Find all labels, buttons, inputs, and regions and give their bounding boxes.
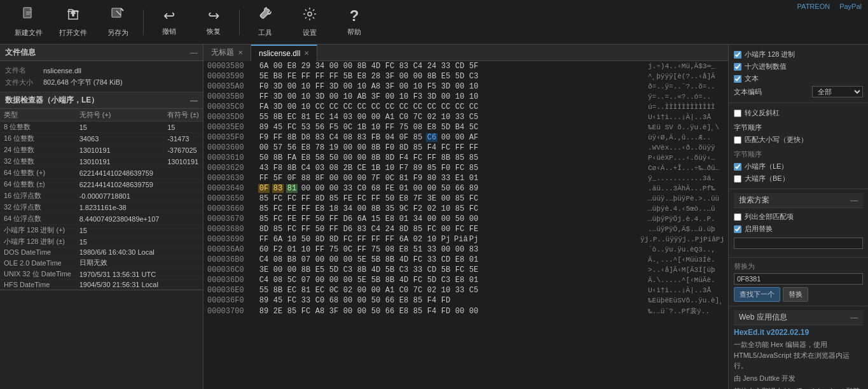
hex-row[interactable]: 000036400F838100000033C068FE010000506689… bbox=[203, 183, 728, 194]
hex-byte[interactable]: 50 bbox=[328, 153, 340, 162]
hex-byte[interactable]: 34 bbox=[412, 215, 424, 223]
hex-byte[interactable]: E8 bbox=[426, 123, 437, 132]
tools-button[interactable]: 工具 bbox=[243, 3, 287, 41]
hex-byte[interactable]: 10 bbox=[426, 235, 437, 244]
hex-byte[interactable]: 00 bbox=[286, 92, 298, 101]
hex-byte[interactable]: A8 bbox=[370, 82, 382, 91]
hex-byte[interactable]: 5B bbox=[342, 72, 354, 81]
hex-byte[interactable]: C0 bbox=[314, 296, 326, 305]
hex-byte[interactable]: 85 bbox=[454, 194, 465, 203]
hex-byte[interactable]: 00 bbox=[412, 72, 424, 81]
hex-byte[interactable]: 00 bbox=[370, 286, 382, 295]
hex-byte[interactable]: 00 bbox=[342, 174, 354, 183]
hex-byte[interactable]: FC bbox=[426, 225, 437, 234]
little-endian-checkbox[interactable] bbox=[734, 163, 741, 171]
hex-byte[interactable]: 3D bbox=[272, 92, 284, 101]
hex-byte[interactable]: 85 bbox=[426, 164, 437, 173]
web-app-name[interactable]: HexEd.it v2022.02.19 bbox=[734, 328, 863, 337]
hex-byte[interactable]: 8D bbox=[314, 194, 326, 203]
hex-byte[interactable]: 8B bbox=[370, 204, 382, 213]
hex-byte[interactable]: 00 bbox=[286, 265, 298, 274]
hex-byte[interactable]: CC bbox=[454, 103, 465, 111]
paypal-link[interactable]: PayPal bbox=[839, 3, 862, 10]
hex-byte[interactable]: 01 bbox=[468, 174, 479, 183]
hex-byte[interactable]: 85 bbox=[454, 204, 465, 213]
hex-byte[interactable]: 10 bbox=[398, 92, 410, 101]
hex-byte[interactable]: F5 bbox=[328, 123, 340, 132]
hex-byte[interactable]: E8 bbox=[384, 215, 396, 223]
hex-byte[interactable]: 10 bbox=[356, 82, 368, 91]
hex-byte[interactable]: 10 bbox=[468, 92, 479, 101]
hex-byte[interactable]: 8D bbox=[398, 225, 410, 234]
hex-byte[interactable]: 33 bbox=[454, 113, 465, 122]
hex-byte[interactable]: FE bbox=[468, 225, 479, 234]
hex-byte[interactable]: 78 bbox=[314, 143, 326, 152]
hex-byte[interactable]: FC bbox=[468, 204, 479, 213]
hex-byte[interactable]: CE bbox=[356, 164, 368, 173]
hex-byte[interactable]: FC bbox=[300, 307, 312, 316]
hex-byte[interactable]: 04 bbox=[384, 133, 396, 142]
hex-byte[interactable]: FC bbox=[468, 194, 479, 203]
hex-byte[interactable]: 33 bbox=[412, 265, 424, 274]
hex-byte[interactable]: FD bbox=[440, 307, 451, 316]
hex-byte[interactable]: CC bbox=[370, 103, 382, 111]
hex-byte[interactable]: 4D bbox=[370, 265, 382, 274]
hex-byte[interactable]: 00 bbox=[342, 143, 354, 152]
hex-byte[interactable]: 58 bbox=[314, 153, 326, 162]
hex-byte[interactable]: AB bbox=[356, 92, 368, 101]
hex-byte[interactable]: F5 bbox=[426, 82, 437, 91]
hex-byte[interactable]: 50 bbox=[258, 153, 270, 162]
hex-byte[interactable]: 6A bbox=[398, 235, 410, 244]
hex-byte[interactable]: 00 bbox=[342, 307, 354, 316]
hex-byte[interactable]: 10 bbox=[286, 235, 298, 244]
hex-byte[interactable]: 08 bbox=[272, 255, 284, 264]
hex-row[interactable]: 0000366085FCFEFFE81834008B359CF2021085FC… bbox=[203, 204, 728, 214]
hex-byte[interactable]: 00 bbox=[440, 194, 451, 203]
hex-byte[interactable]: E5 bbox=[440, 72, 451, 81]
hex-byte[interactable]: 85 bbox=[468, 164, 479, 173]
hex-byte[interactable]: 75 bbox=[328, 245, 340, 254]
hex-byte[interactable]: E8 bbox=[454, 255, 465, 264]
hex-byte[interactable]: E8 bbox=[286, 62, 298, 71]
hex-row[interactable]: 0000362043F88BC403082BCE1B10F78985F0FC85… bbox=[203, 163, 728, 173]
hex-byte[interactable]: FC bbox=[286, 123, 298, 132]
hex-byte[interactable]: Piâ bbox=[454, 235, 465, 244]
hex-byte[interactable]: 01 bbox=[468, 255, 479, 264]
hex-byte[interactable]: 33 bbox=[440, 174, 451, 183]
hex-byte[interactable]: 00 bbox=[356, 307, 368, 316]
hex-row[interactable]: 000036D0C4085C070000005E5B8B4DFC5DC3E801… bbox=[203, 275, 728, 285]
hex-byte[interactable]: 00 bbox=[356, 204, 368, 213]
tab-nslicense[interactable]: nslicense.dll ✕ bbox=[251, 45, 317, 61]
hex-byte[interactable]: 00 bbox=[272, 265, 284, 274]
hex-byte[interactable]: 45 bbox=[272, 123, 284, 132]
hex-byte[interactable]: C4 bbox=[412, 62, 424, 71]
hex-byte[interactable]: EC bbox=[286, 286, 298, 295]
hex-byte[interactable]: 9C bbox=[398, 204, 410, 213]
hex-byte[interactable]: 00 bbox=[356, 174, 368, 183]
web-app-section-close[interactable]: — bbox=[850, 313, 858, 322]
hex-byte[interactable]: 00 bbox=[328, 184, 340, 193]
hex-byte[interactable]: 5D bbox=[328, 265, 340, 274]
hex-byte[interactable]: 5D bbox=[454, 72, 465, 81]
hex-byte[interactable]: 00 bbox=[440, 133, 451, 142]
hex-byte[interactable]: 34 bbox=[342, 204, 354, 213]
hex-byte[interactable]: 0C bbox=[342, 123, 354, 132]
hex-byte[interactable]: F2 bbox=[412, 204, 424, 213]
hex-byte[interactable]: 75 bbox=[370, 245, 382, 254]
hex-byte[interactable]: 00 bbox=[468, 307, 479, 316]
hex-byte[interactable]: 81 bbox=[286, 184, 298, 193]
hex-byte[interactable]: E5 bbox=[314, 265, 326, 274]
hex-byte[interactable]: FF bbox=[468, 143, 479, 152]
hex-byte[interactable]: 33 bbox=[342, 184, 354, 193]
hex-byte[interactable]: 80 bbox=[426, 174, 437, 183]
hex-byte[interactable]: 00 bbox=[356, 143, 368, 152]
hex-byte[interactable]: F9 bbox=[412, 174, 424, 183]
hex-byte[interactable]: FF bbox=[384, 123, 396, 132]
hex-byte[interactable]: 33 bbox=[426, 255, 437, 264]
hex-byte[interactable]: 1B bbox=[370, 164, 382, 173]
hex-byte[interactable]: C3 bbox=[468, 72, 479, 81]
hex-byte[interactable]: FF bbox=[356, 235, 368, 244]
hex-byte[interactable]: 07 bbox=[300, 276, 312, 285]
hex-byte[interactable]: 3E bbox=[258, 265, 270, 274]
hex-byte[interactable]: FC bbox=[412, 153, 424, 162]
